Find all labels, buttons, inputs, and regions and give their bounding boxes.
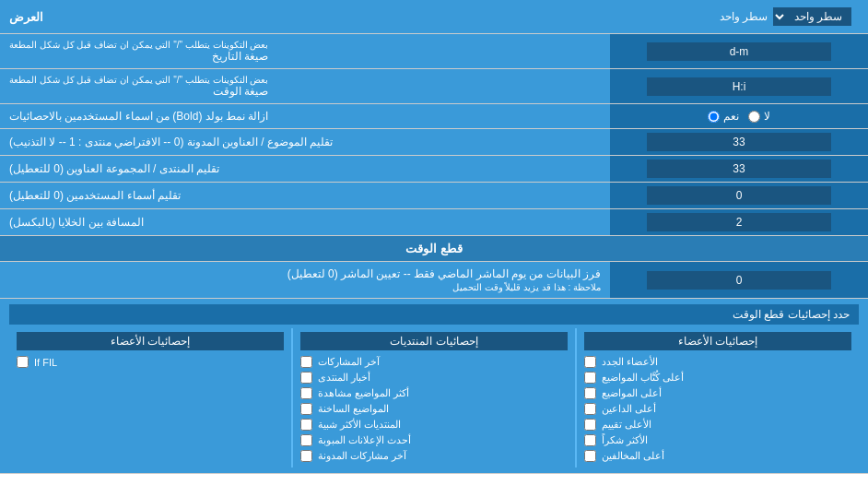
radio-no[interactable]: لا <box>748 110 770 123</box>
checkbox-col-members-header: إحصائيات الأعضاء <box>584 332 851 350</box>
list-item[interactable]: المنتديات الأكثر شبية <box>300 417 568 432</box>
username-trim-label: تقليم أسماء المستخدمين (0 للتعطيل) <box>9 189 181 202</box>
date-format-label-cell: بعض التكوينات يتطلب "/" التي يمكن ان تضا… <box>0 34 610 68</box>
username-trim-input-cell[interactable] <box>610 183 868 208</box>
checkbox-input[interactable] <box>584 403 596 415</box>
list-item[interactable]: If FIL <box>17 354 284 370</box>
list-item[interactable]: أخبار المنتدى <box>300 370 568 385</box>
checkbox-input[interactable] <box>584 372 596 384</box>
checkbox-label: أكثر المواضيع مشاهدة <box>318 387 409 399</box>
list-item[interactable]: آخر المشاركات <box>300 354 568 370</box>
checkbox-input[interactable] <box>300 387 312 399</box>
forum-group-label-cell: تقليم المنتدى / المجموعة العناوين (0 للت… <box>0 156 610 182</box>
list-item[interactable]: أكثر المواضيع مشاهدة <box>300 385 568 401</box>
checkbox-label: أعلى المخالفين <box>602 450 664 462</box>
bold-label-cell: ازالة نمط بولد (Bold) من اسماء المستخدمي… <box>0 104 610 128</box>
checkbox-label: الأعضاء الجدد <box>602 356 658 368</box>
list-item[interactable]: أعلى كُتَّاب المواضيع <box>584 370 851 385</box>
forum-address-label: تقليم الموضوع / العناوين المدونة (0 -- ا… <box>9 136 333 148</box>
time-cut-section-header: قطع الوقت <box>0 236 868 262</box>
col-divider-2 <box>291 328 293 467</box>
checkbox-input[interactable] <box>584 387 596 399</box>
forum-group-input[interactable] <box>647 160 831 178</box>
bold-remove-row: لا نعم ازالة نمط بولد (Bold) من اسماء ال… <box>0 104 868 129</box>
checkbox-col-members: إحصائيات الأعضاء الأعضاء الجدد أعلى كُتَ… <box>577 328 859 467</box>
list-item[interactable]: المواضيع الساخنة <box>300 401 568 417</box>
radio-yes-input[interactable] <box>708 111 720 123</box>
cell-spacing-input-cell[interactable] <box>610 209 868 235</box>
date-format-input[interactable] <box>647 42 831 61</box>
checkbox-input[interactable] <box>584 450 596 462</box>
list-item[interactable]: أعلى المواضيع <box>584 385 851 401</box>
checkbox-input[interactable] <box>300 372 312 384</box>
checkbox-label: الأعلى تقييم <box>602 419 651 431</box>
time-cut-input-cell[interactable] <box>610 262 868 298</box>
time-cut-row: فرز البيانات من يوم الماشر الماضي فقط --… <box>0 262 868 299</box>
username-trim-label-cell: تقليم أسماء المستخدمين (0 للتعطيل) <box>0 183 610 208</box>
checkbox-label: أعلى الداعين <box>602 403 656 415</box>
list-item[interactable]: أعلى المخالفين <box>584 448 851 464</box>
cell-spacing-row: المسافة بين الخلايا (بالبكسل) <box>0 209 868 236</box>
date-format-input-cell[interactable] <box>610 34 868 68</box>
time-format-label: صيغة الوقت <box>213 85 268 98</box>
username-trim-input[interactable] <box>647 186 831 205</box>
time-cut-label: فرز البيانات من يوم الماشر الماضي فقط --… <box>287 267 601 280</box>
checkbox-input[interactable] <box>300 434 312 446</box>
checkbox-col-extra-header: إحصائيات الأعضاء <box>17 332 284 350</box>
checkbox-label: أحدث الإعلانات المبوبة <box>318 434 411 446</box>
page-title: العرض <box>9 10 43 24</box>
forum-address-label-cell: تقليم الموضوع / العناوين المدونة (0 -- ا… <box>0 129 610 155</box>
checkbox-label: أخبار المنتدى <box>318 372 370 384</box>
checkbox-col-forums-header: إحصائيات المنتديات <box>300 332 568 350</box>
time-format-label-cell: بعض التكوينات يتطلب "/" التي يمكن ان تضا… <box>0 69 610 103</box>
checkbox-label: المواضيع الساخنة <box>318 403 389 415</box>
select-container[interactable]: سطر واحد سطرين ثلاثة أسطر سطر واحد <box>601 4 859 30</box>
checkbox-label: أعلى المواضيع <box>602 387 662 399</box>
radio-no-input[interactable] <box>748 111 760 123</box>
time-format-input[interactable] <box>647 77 831 96</box>
checkbox-input[interactable] <box>300 403 312 415</box>
list-item[interactable]: الأكثر شكراً <box>584 432 851 448</box>
radio-yes[interactable]: نعم <box>708 110 739 123</box>
checkbox-input[interactable] <box>584 434 596 446</box>
display-select[interactable]: سطر واحد سطرين ثلاثة أسطر <box>773 7 851 26</box>
forum-group-row: تقليم المنتدى / المجموعة العناوين (0 للت… <box>0 156 868 183</box>
cell-spacing-label: المسافة بين الخلايا (بالبكسل) <box>9 216 144 229</box>
time-format-input-cell[interactable] <box>610 69 868 103</box>
checkbox-section-header: حدد إحصائيات قطع الوقت <box>9 304 859 325</box>
checkbox-input[interactable] <box>584 419 596 431</box>
checkbox-label: أعلى كُتَّاب المواضيع <box>602 372 684 384</box>
time-cut-label-cell: فرز البيانات من يوم الماشر الماضي فقط --… <box>0 262 610 298</box>
forum-address-row: تقليم الموضوع / العناوين المدونة (0 -- ا… <box>0 129 868 156</box>
checkbox-input[interactable] <box>300 450 312 462</box>
forum-group-input-cell[interactable] <box>610 156 868 182</box>
cell-spacing-input[interactable] <box>647 213 831 231</box>
radio-no-label: لا <box>764 110 770 123</box>
checkbox-label: الأكثر شكراً <box>602 434 648 446</box>
checkbox-section-title: حدد إحصائيات قطع الوقت <box>733 308 850 321</box>
checkbox-columns: إحصائيات الأعضاء الأعضاء الجدد أعلى كُتَ… <box>9 328 859 467</box>
date-format-label: صيغة التاريخ <box>212 50 268 63</box>
checkbox-label: المنتديات الأكثر شبية <box>318 419 401 431</box>
forum-address-input[interactable] <box>647 133 831 151</box>
list-item[interactable]: آخر مشاركات المدونة <box>300 448 568 464</box>
list-item[interactable]: أحدث الإعلانات المبوبة <box>300 432 568 448</box>
time-cut-input[interactable] <box>647 271 831 290</box>
bold-radio-cell[interactable]: لا نعم <box>610 104 868 128</box>
checkbox-input[interactable] <box>300 419 312 431</box>
checkbox-input[interactable] <box>17 356 29 368</box>
list-item[interactable]: الأعضاء الجدد <box>584 354 851 370</box>
list-item[interactable]: أعلى الداعين <box>584 401 851 417</box>
checkbox-input[interactable] <box>300 356 312 368</box>
header-row: سطر واحد سطرين ثلاثة أسطر سطر واحد العرض <box>0 0 868 34</box>
forum-address-input-cell[interactable] <box>610 129 868 155</box>
date-format-sublabel: بعض التكوينات يتطلب "/" التي يمكن ان تضا… <box>9 40 268 50</box>
cell-spacing-label-cell: المسافة بين الخلايا (بالبكسل) <box>0 209 610 235</box>
list-item[interactable]: الأعلى تقييم <box>584 417 851 432</box>
select-label: سطر واحد <box>720 10 768 23</box>
forum-group-label: تقليم المنتدى / المجموعة العناوين (0 للت… <box>9 162 219 175</box>
checkbox-col-forums: إحصائيات المنتديات آخر المشاركات أخبار ا… <box>293 328 575 467</box>
checkbox-input[interactable] <box>584 356 596 368</box>
checkbox-label: آخر مشاركات المدونة <box>318 450 406 462</box>
checkbox-label: آخر المشاركات <box>318 356 380 368</box>
